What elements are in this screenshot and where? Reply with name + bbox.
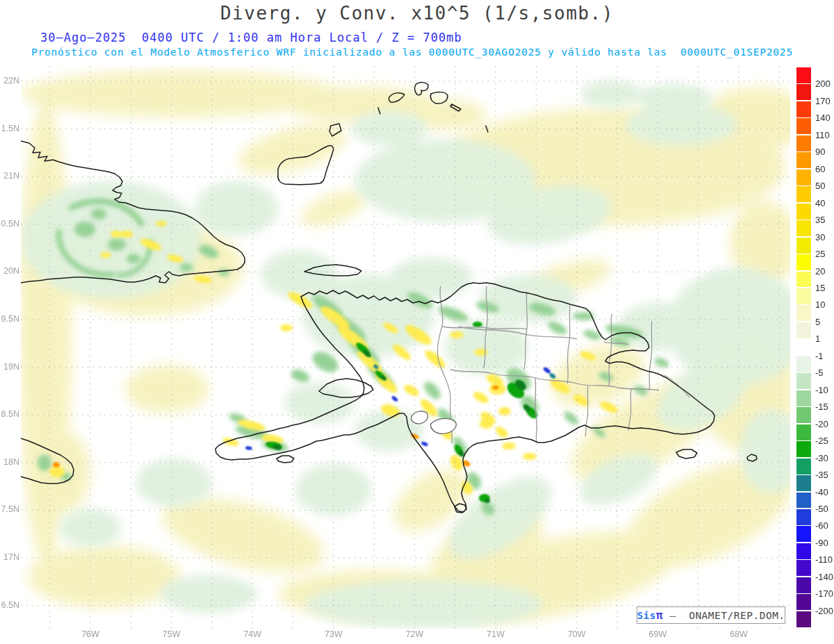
credit-box: Sisπ – ONAMET/REP.DOM. xyxy=(637,606,785,624)
colorbar-cell xyxy=(796,475,811,491)
lat-tick-label: 18N xyxy=(0,457,19,467)
colorbar-tick-label: 30 xyxy=(815,232,825,242)
colorbar-cell xyxy=(796,135,811,151)
colorbar-cell xyxy=(796,170,811,185)
lat-tick-label: 1.5N xyxy=(0,124,19,133)
colorbar-cell xyxy=(796,204,811,220)
colorbar-cell xyxy=(796,305,811,321)
credit-sis-label: Sis xyxy=(637,610,656,621)
colorbar-cell xyxy=(796,543,811,559)
lon-tick-label: 69W xyxy=(642,629,673,639)
colorbar-tick-label: 10 xyxy=(815,299,825,310)
colorbar-cell xyxy=(796,101,811,117)
lon-tick-label: 70W xyxy=(562,629,592,639)
lat-tick-label: 20N xyxy=(0,266,19,276)
colorbar-cell xyxy=(796,356,811,372)
lon-tick-label: 75W xyxy=(156,629,187,639)
colorbar-tick-label: -10 xyxy=(815,385,828,395)
colorbar-tick-label: 140 xyxy=(815,113,831,123)
lat-tick-label: 9.5N xyxy=(0,314,19,324)
colorbar-cell xyxy=(796,441,811,457)
lat-tick-label: 8.5N xyxy=(0,409,19,419)
lon-tick-label: 68W xyxy=(723,629,754,639)
island-saona xyxy=(676,449,697,459)
colorbar-cell xyxy=(796,84,811,100)
colorbar-cell xyxy=(796,186,811,202)
lat-tick-label: 17N xyxy=(0,552,19,562)
colorbar-tick-label: 25 xyxy=(815,249,825,259)
island-a-vache xyxy=(277,456,294,463)
colorbar-cell xyxy=(796,577,811,593)
colorbar-cell xyxy=(796,152,811,168)
lon-tick-label: 76W xyxy=(75,629,106,639)
colorbar-tick-label: 15 xyxy=(815,283,825,293)
colorbar-cell xyxy=(796,254,811,270)
colorbar-tick-label: 110 xyxy=(815,130,830,140)
colorbar-cell xyxy=(796,322,811,338)
colorbar-tick-label: -140 xyxy=(815,572,833,582)
lon-tick-label: 71W xyxy=(480,629,511,639)
lat-tick-label: 21N xyxy=(0,171,19,181)
credit-dash: – xyxy=(663,610,689,621)
colorbar-tick-label: 60 xyxy=(815,164,825,174)
pi-symbol: π xyxy=(656,609,663,622)
colorbar-tick-label: -20 xyxy=(815,419,828,429)
colorbar-tick-label: 35 xyxy=(815,215,825,225)
colorbar-cell xyxy=(796,560,811,576)
lon-tick-label: 73W xyxy=(318,629,349,639)
colorbar-cell xyxy=(796,67,811,83)
colorbar-cell xyxy=(796,611,811,627)
subtitle-model: Pronóstico con el Modelo Atmosferico WRF… xyxy=(31,47,793,58)
colorbar-tick-label: 40 xyxy=(815,198,825,208)
colorbar-tick-label: 90 xyxy=(815,147,825,157)
colorbar-cell xyxy=(796,509,811,525)
colorbar-tick-label: -40 xyxy=(815,487,828,497)
lat-tick-label: 19N xyxy=(0,362,19,372)
colorbar-tick-label: -1 xyxy=(815,351,824,361)
colorbar-tick-label: 20 xyxy=(815,266,825,276)
lon-tick-label: 74W xyxy=(237,629,268,639)
colorbar-cell xyxy=(796,272,811,288)
credit-org-label: ONAMET/REP.DOM. xyxy=(689,610,785,621)
colorbar-tick-label: -15 xyxy=(815,402,828,412)
colorbar-tick-label: 200 xyxy=(815,79,831,89)
colorbar-cell xyxy=(796,424,811,440)
colorbar-tick-label: -200 xyxy=(815,606,833,616)
colorbar-tick-label: 50 xyxy=(815,181,825,191)
colorbar-tick-label: 5 xyxy=(815,317,820,327)
lon-tick-label: 72W xyxy=(400,629,430,639)
colorbar-tick-label: -50 xyxy=(815,504,828,514)
page-title: Diverg. y Conv. x10^5 (1/s,somb.) xyxy=(0,3,834,24)
subtitle-datetime: 30–Ago–2025 0400 UTC / 1:00 am Hora Loca… xyxy=(40,31,462,44)
colorbar-cell xyxy=(796,407,811,423)
colorbar-cell xyxy=(796,373,811,389)
colorbar-cell xyxy=(796,238,811,254)
colorbar-tick-label: -35 xyxy=(815,470,828,480)
colorbar-tick-label: -25 xyxy=(815,436,828,446)
colorbar-cell xyxy=(796,594,811,610)
lat-tick-label: 0.5N xyxy=(0,219,19,229)
colorbar-cell xyxy=(796,339,811,355)
colorbar-cell xyxy=(796,459,811,474)
colorbar-tick-label: -170 xyxy=(815,588,833,599)
colorbar-cell xyxy=(796,390,811,406)
colorbar-tick-label: -30 xyxy=(815,453,828,463)
colorbar-tick-label: 170 xyxy=(815,96,831,106)
colorbar-cell xyxy=(796,288,811,304)
colorbar-tick-label: -90 xyxy=(815,538,828,548)
colorbar-cell xyxy=(796,493,811,509)
colorbar-tick-label: -110 xyxy=(815,554,833,565)
map-canvas xyxy=(0,0,834,644)
colorbar-cell xyxy=(796,220,811,236)
colorbar-cell xyxy=(796,118,811,134)
wrf-divergence-map-page: Diverg. y Conv. x10^5 (1/s,somb.) 30–Ago… xyxy=(0,0,834,644)
lat-tick-label: 22N xyxy=(0,76,19,85)
lat-tick-label: 7.5N xyxy=(0,504,19,514)
lat-tick-label: 6.5N xyxy=(0,600,19,610)
colorbar-cell xyxy=(796,526,811,542)
colorbar-tick-label: -60 xyxy=(815,520,828,531)
colorbar-tick-label: -5 xyxy=(815,368,824,378)
colorbar-tick-label: 1 xyxy=(815,333,820,344)
